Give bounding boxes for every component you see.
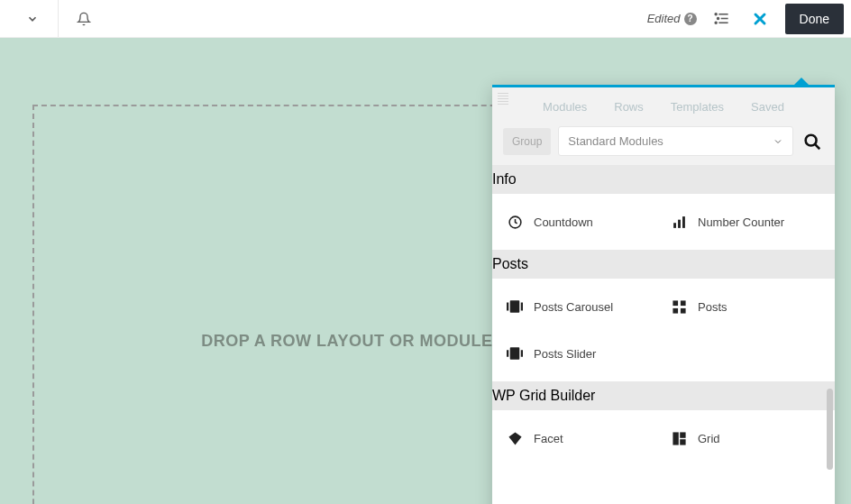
- module-facet[interactable]: Facet: [501, 425, 662, 452]
- close-icon: [751, 10, 769, 28]
- section-header-wpgrid: WP Grid Builder: [492, 381, 835, 410]
- drag-grip-icon[interactable]: [498, 93, 508, 105]
- carousel-icon: [507, 298, 523, 315]
- bars-icon: [671, 214, 687, 230]
- diamond-icon: [507, 430, 523, 446]
- module-posts-carousel[interactable]: Posts Carousel: [501, 293, 662, 320]
- help-icon[interactable]: ?: [684, 13, 697, 25]
- module-label: Countdown: [534, 215, 593, 229]
- panel-scroll[interactable]: Info Countdown Number Counter Posts: [492, 165, 835, 504]
- tab-rows[interactable]: Rows: [614, 100, 644, 114]
- edited-status: Edited ?: [647, 12, 697, 25]
- search-icon: [802, 132, 822, 151]
- svg-point-8: [806, 134, 817, 145]
- module-posts[interactable]: Posts: [665, 293, 826, 320]
- module-label: Posts: [698, 300, 727, 314]
- svg-point-2: [718, 18, 719, 20]
- tab-modules[interactable]: Modules: [543, 100, 587, 114]
- module-countdown[interactable]: Countdown: [501, 208, 662, 235]
- svg-rect-25: [673, 432, 678, 444]
- section-wpgrid-grid: Facet Grid: [492, 410, 835, 466]
- svg-rect-21: [507, 350, 508, 357]
- module-label: Facet: [534, 432, 563, 445]
- group-toggle[interactable]: Group: [503, 128, 551, 155]
- svg-rect-13: [682, 216, 685, 228]
- topbar-right: Edited ? Done: [647, 0, 851, 37]
- topbar-left: [16, 0, 100, 37]
- svg-rect-18: [680, 300, 685, 306]
- done-button[interactable]: Done: [785, 4, 844, 34]
- svg-rect-12: [678, 219, 681, 227]
- svg-rect-23: [521, 350, 523, 357]
- section-title: Info: [492, 171, 517, 188]
- module-posts-slider[interactable]: Posts Slider: [501, 340, 662, 367]
- svg-rect-15: [510, 300, 520, 313]
- edited-label: Edited: [647, 12, 681, 25]
- filter-row: Group Standard Modules: [492, 126, 835, 165]
- outline-button[interactable]: [709, 6, 735, 32]
- module-grid[interactable]: Grid: [665, 425, 826, 452]
- svg-rect-22: [510, 347, 520, 360]
- module-type-label: Standard Modules: [568, 134, 663, 148]
- svg-point-0: [715, 14, 717, 15]
- notifications-button[interactable]: [68, 0, 100, 37]
- section-header-info: Info: [492, 165, 835, 194]
- chevron-down-icon: [26, 13, 39, 25]
- title-dropdown[interactable]: [16, 0, 49, 37]
- svg-rect-26: [680, 432, 685, 437]
- svg-line-9: [815, 143, 819, 148]
- section-title: Posts: [492, 256, 528, 272]
- module-label: Grid: [698, 432, 720, 445]
- layout-icon: [671, 430, 687, 446]
- section-title: WP Grid Builder: [492, 388, 595, 404]
- section-info-grid: Countdown Number Counter: [492, 194, 835, 250]
- scrollbar-thumb[interactable]: [827, 389, 833, 470]
- panel-tabs: Modules Rows Templates Saved: [492, 87, 835, 126]
- chevron-down-icon: [773, 136, 783, 147]
- svg-marker-24: [508, 432, 521, 444]
- svg-rect-27: [680, 439, 685, 444]
- section-header-posts: Posts: [492, 250, 835, 279]
- module-label: Posts Carousel: [534, 300, 613, 314]
- content-panel: Modules Rows Templates Saved Group Stand…: [492, 85, 835, 504]
- section-posts-grid: Posts Carousel Posts Posts Slider: [492, 279, 835, 381]
- svg-rect-17: [673, 300, 678, 306]
- clock-icon: [507, 214, 523, 230]
- module-label: Number Counter: [698, 215, 784, 229]
- module-number-counter[interactable]: Number Counter: [665, 208, 826, 235]
- tab-templates[interactable]: Templates: [671, 100, 724, 114]
- divider: [58, 0, 59, 37]
- canvas: DROP A ROW LAYOUT OR MODULE TO GET START…: [0, 38, 851, 504]
- svg-rect-11: [673, 223, 676, 228]
- top-bar: Edited ? Done: [0, 0, 851, 38]
- svg-rect-20: [680, 307, 685, 313]
- tab-saved[interactable]: Saved: [751, 100, 784, 114]
- svg-rect-19: [673, 307, 678, 313]
- module-label: Posts Slider: [534, 347, 596, 361]
- module-type-select[interactable]: Standard Modules: [558, 126, 793, 156]
- bell-icon: [77, 12, 91, 26]
- outline-icon: [713, 10, 730, 27]
- search-button[interactable]: [801, 132, 824, 151]
- close-panel-button[interactable]: [747, 6, 773, 32]
- slider-icon: [507, 345, 523, 362]
- grid-icon: [671, 298, 687, 315]
- svg-rect-16: [521, 303, 523, 311]
- svg-point-4: [715, 22, 717, 23]
- svg-rect-14: [507, 303, 508, 311]
